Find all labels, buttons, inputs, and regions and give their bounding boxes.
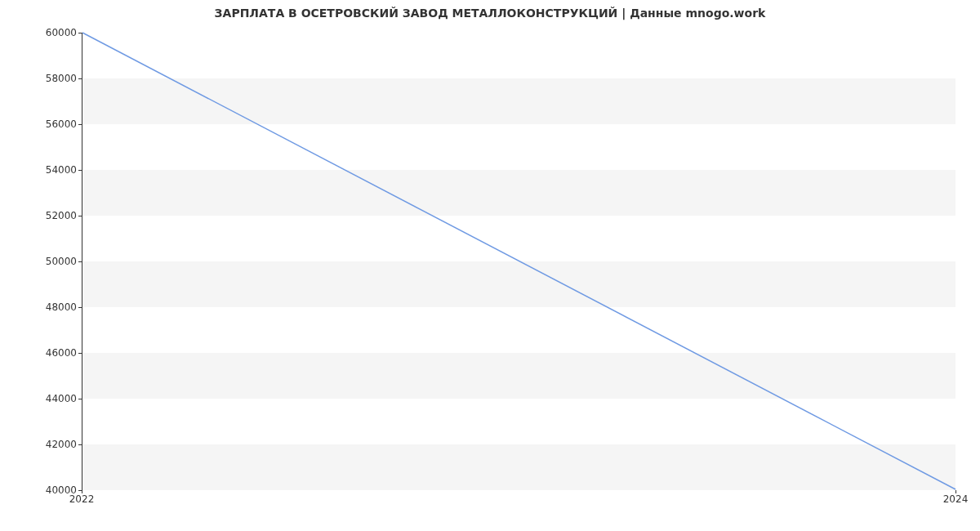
x-tick-mark (956, 490, 956, 493)
y-tick-label: 60000 (28, 27, 77, 38)
x-tick-mark (82, 490, 82, 493)
y-tick-label: 50000 (28, 256, 77, 267)
y-tick-mark (78, 353, 82, 354)
x-tick-label: 2022 (69, 493, 95, 505)
chart-container: ЗАРПЛАТА В ОСЕТРОВСКИЙ ЗАВОД МЕТАЛЛОКОНС… (0, 0, 980, 531)
y-tick-label: 42000 (28, 439, 77, 450)
y-tick-mark (78, 399, 82, 399)
y-tick-label: 58000 (28, 73, 77, 84)
y-tick-mark (78, 307, 82, 308)
y-tick-mark (78, 261, 82, 262)
y-tick-mark (78, 216, 82, 216)
data-line (82, 33, 956, 489)
y-tick-mark (78, 170, 82, 171)
y-tick-mark (78, 78, 82, 79)
y-tick-label: 46000 (28, 347, 77, 359)
plot-area (82, 33, 956, 490)
y-tick-label: 56000 (28, 118, 77, 130)
y-tick-mark (78, 124, 82, 125)
chart-title: ЗАРПЛАТА В ОСЕТРОВСКИЙ ЗАВОД МЕТАЛЛОКОНС… (0, 7, 980, 20)
y-tick-label: 48000 (28, 301, 77, 313)
y-tick-label: 44000 (28, 393, 77, 404)
y-tick-label: 52000 (28, 210, 77, 221)
y-tick-mark (78, 444, 82, 445)
x-tick-label: 2024 (943, 493, 969, 505)
y-tick-label: 54000 (28, 164, 77, 176)
y-tick-mark (78, 33, 82, 33)
line-layer (82, 33, 956, 489)
